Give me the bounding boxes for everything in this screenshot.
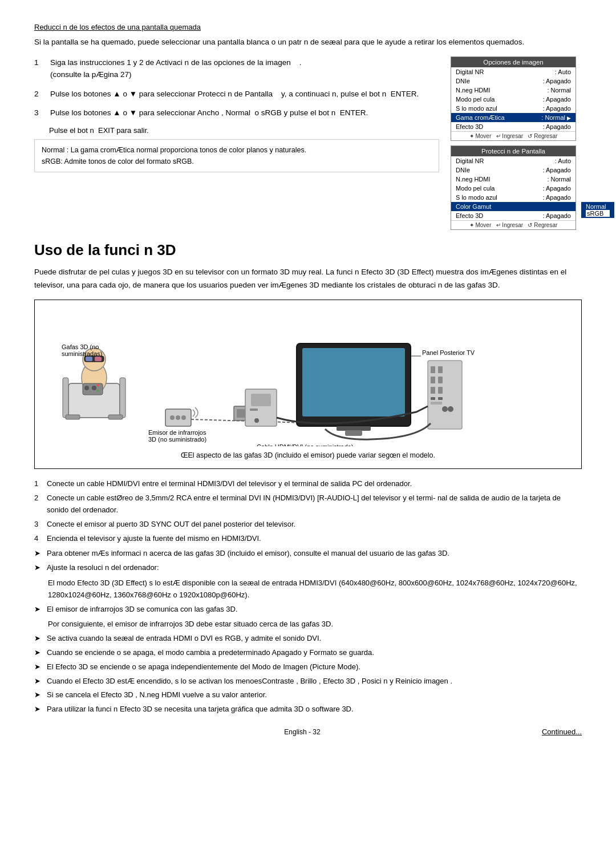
step-3-num: 3: [34, 107, 44, 119]
svg-rect-25: [345, 430, 362, 436]
arrow-list-3: ➤ Se activa cuando la seæal de entrada H…: [34, 633, 582, 715]
note-line-1: Normal : La gama cromÆtica normal propor…: [42, 146, 306, 154]
menu-row-modo-pel: Modo pel cula : Apagado: [451, 95, 576, 104]
svg-rect-44: [250, 409, 258, 411]
arrow-item-8: ➤ Si se cancela el Efecto 3D , N.neg HDM…: [34, 689, 582, 701]
label-glasses: Gafas 3D (no: [62, 343, 99, 350]
svg-rect-9: [95, 357, 102, 361]
menu-row-azul: S lo modo azul : Apagado: [451, 104, 576, 113]
label-emitter2: 3D (no suministrado): [148, 436, 206, 443]
svg-rect-34: [431, 397, 435, 400]
step-1-text: Siga las instrucciones 1 y 2 de Activaci…: [50, 56, 302, 81]
menu-panel-2-footer: ✦ Mover ↵ Ingresar ↺ Regresar: [451, 220, 576, 229]
footer-page-label: English - 32: [91, 728, 513, 736]
footer-area: English - 32 Continued...: [34, 727, 582, 736]
label-glasses2: suministradas): [62, 350, 103, 357]
note-box: Normal : La gama cromÆtica normal propor…: [34, 139, 439, 172]
arrow-item-7: ➤ Cuando el Efecto 3D estÆ encendido, s …: [34, 676, 582, 688]
diagram-svg: Gafas 3D (no suministradas) Emisor de in…: [44, 309, 572, 448]
svg-rect-33: [438, 387, 443, 394]
feature-intro-text: Puede disfrutar de pel culas y juegos 3D…: [34, 266, 582, 292]
svg-point-17: [170, 415, 175, 420]
list-item-3: 3 Conecte el emisor al puerto 3D SYNC OU…: [34, 519, 582, 531]
svg-rect-24: [337, 426, 371, 431]
menu-panel-1: Opciones de imagen Digital NR : Auto DNI…: [451, 56, 576, 141]
svg-rect-2: [120, 378, 125, 418]
step-2-text: Pulse los botones ▲ o ▼ para seleccionar…: [50, 88, 419, 100]
menu-row2-modo: Modo pel cula : Apagado: [451, 184, 576, 193]
svg-rect-29: [438, 366, 443, 373]
step-3-sub: Pulse el bot n EXIT para salir.: [49, 126, 439, 135]
svg-point-43: [254, 418, 259, 423]
list-item-4: 4 Encienda el televisor y ajuste la fuen…: [34, 533, 582, 545]
arrow-item-1: ➤ Para obtener mÆs informaci n acerca de…: [34, 548, 582, 560]
list-item-2: 2 Conecte un cable estØreo de 3,5mm/2 RC…: [34, 492, 582, 516]
svg-point-38: [448, 406, 453, 412]
menu-row-dnie: DNIe : Apagado: [451, 76, 576, 86]
svg-rect-42: [251, 394, 271, 406]
svg-rect-8: [86, 357, 92, 361]
svg-point-13: [97, 384, 99, 386]
menu-row-gama: Gama cromÆtica : Normal ▶: [451, 113, 576, 122]
svg-point-11: [84, 386, 89, 390]
numbered-list: 1 Conecte un cable HDMI/DVI entre el ter…: [34, 478, 582, 544]
menu-row2-color-gamut: Color Gamut Normal sRGB: [451, 202, 576, 211]
arrow-item-9: ➤ Para utilizar la funci n Efecto 3D se …: [34, 703, 582, 715]
step-2: 2 Pulse los botones ▲ o ▼ para seleccion…: [34, 88, 439, 100]
svg-point-37: [442, 406, 448, 412]
svg-point-12: [92, 386, 96, 390]
menu-row2-dnie: DNIe : Apagado: [451, 165, 576, 175]
diagram-illustration: Gafas 3D (no suministradas) Emisor de in…: [51, 309, 565, 446]
submenu-popup: Normal sRGB: [581, 202, 614, 218]
diagram-caption: ŒEl aspecto de las gafas 3D (incluido el…: [44, 451, 572, 459]
step-3-text: Pulse los botones ▲ o ▼ para seleccionar…: [50, 107, 368, 119]
menu-row2-nneg: N.neg HDMI : Normal: [451, 175, 576, 184]
arrow-list: ➤ Para obtener mÆs informaci n acerca de…: [34, 548, 582, 574]
continued-link: Continued...: [542, 727, 582, 736]
svg-point-14: [97, 390, 99, 392]
svg-rect-30: [431, 377, 435, 383]
svg-rect-23: [302, 348, 405, 417]
menu-panels: Opciones de imagen Digital NR : Auto DNI…: [451, 56, 582, 230]
arrow-item-2: ➤ Ajuste la resoluci n del ordenador:: [34, 562, 582, 574]
arrow-list-2: ➤ El emisor de infrarrojos 3D se comunic…: [34, 604, 582, 616]
menu-row2-azul: S lo modo azul : Apagado: [451, 193, 576, 202]
menu-panel-2: Protecci n de Pantalla Digital NR : Auto…: [451, 145, 576, 230]
step-2-num: 2: [34, 88, 44, 100]
menu-row2-digital-nr: Digital NR : Auto: [451, 156, 576, 165]
arrow-item-4: ➤ Se activa cuando la seæal de entrada H…: [34, 633, 582, 645]
label-emitter: Emisor de infrarrojos: [148, 429, 206, 436]
step-1-num: 1: [34, 56, 44, 81]
emitter-sub-text: Por consiguiente, el emisor de infrarroj…: [48, 618, 582, 630]
svg-rect-32: [431, 387, 435, 394]
menu-panel-2-title: Protecci n de Pantalla: [451, 146, 576, 156]
list-item-1: 1 Conecte un cable HDMI/DVI entre el ter…: [34, 478, 582, 490]
steps-and-menus: 1 Siga las instrucciones 1 y 2 de Activa…: [34, 56, 582, 230]
step-1: 1 Siga las instrucciones 1 y 2 de Activa…: [34, 56, 439, 81]
svg-rect-31: [438, 377, 443, 383]
arrow-item-6: ➤ El Efecto 3D se enciende o se apaga in…: [34, 661, 582, 673]
label-cable: Cable HDMI/DVI (no suministrado): [257, 443, 353, 446]
menu-row2-efecto: Efecto 3D : Apagado: [451, 211, 576, 220]
arrow-item-3: ➤ El emisor de infrarrojos 3D se comunic…: [34, 604, 582, 616]
svg-rect-1: [63, 378, 68, 418]
svg-rect-35: [438, 397, 443, 400]
person-figure: [63, 348, 125, 419]
svg-rect-36: [431, 402, 442, 405]
svg-rect-4: [108, 415, 123, 419]
svg-rect-28: [431, 366, 435, 373]
resolution-sub-text: El modo Efecto 3D (3D Effect) s lo estÆ …: [48, 577, 582, 601]
tv-back-ports: [428, 361, 462, 429]
section-title-3d: Uso de la funci n 3D: [34, 241, 582, 259]
step-3: 3 Pulse los botones ▲ o ▼ para seleccion…: [34, 107, 439, 119]
note-line-2: sRGB: Admite tonos de color del formato …: [42, 157, 194, 165]
footer-right: Continued...: [513, 727, 582, 736]
svg-point-19: [181, 415, 186, 420]
svg-rect-3: [66, 415, 80, 419]
submenu-srgb: sRGB: [586, 210, 610, 217]
diagram-box: Gafas 3D (no suministradas) Emisor de in…: [34, 300, 582, 469]
menu-panel-1-title: Opciones de imagen: [451, 57, 576, 67]
menu-row-nneg-hdmi: N.neg HDMI : Normal: [451, 86, 576, 95]
menu-panel-1-footer: ✦ Mover ↵ Ingresar ↺ Regresar: [451, 131, 576, 140]
label-tv-panel: Panel Posterior TV: [422, 349, 475, 356]
